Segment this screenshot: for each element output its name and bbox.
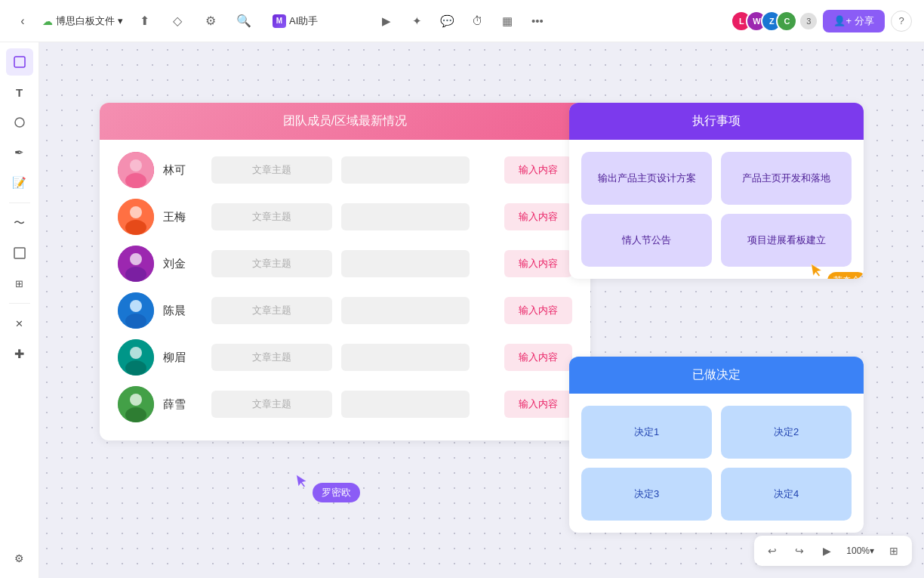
member-name-wangmei: 王梅 [163,210,202,224]
svg-point-10 [130,253,142,265]
left-sidebar: T ✒ 📝 〜 ⊞ ✕ ✚ ⚙ [0,42,39,578]
exec-item-4[interactable]: 项目进展看板建立 芒奇金 [721,214,852,267]
zoom-label[interactable]: 100%▾ [843,546,877,556]
more-center-button[interactable]: ••• [525,9,550,33]
decision-item-2[interactable]: 决定2 [721,406,852,459]
play-bottom-button[interactable]: ▶ [816,540,837,561]
avatar-liujin [118,246,154,282]
svg-point-14 [125,314,146,329]
exec-card: 执行事项 输出产品主页设计方案 产品主页开发和落地 情人节公告 项目进展看板建立… [569,103,864,279]
decision-item-3[interactable]: 决定3 [581,468,712,521]
tag-button[interactable]: ◇ [165,9,189,33]
search-button[interactable]: 🔍 [232,9,256,33]
comment-button[interactable]: 💬 [435,9,459,33]
text-cell-extra-6[interactable] [341,391,470,418]
exec-item-2[interactable]: 产品主页开发和落地 [721,152,852,205]
share-label: 分享 [855,14,874,28]
table-row: 王梅 文章主题 输入内容 [118,199,572,235]
avatar-liumei [118,339,154,376]
toolbar-left: ‹ ☁ 博思白板文件 ▾ ⬆ ◇ ⚙ 🔍 M AI助手 [12,9,325,33]
input-cell-3[interactable]: 输入内容 [504,250,572,277]
sidebar-tool-sticky[interactable]: 📝 [6,169,33,196]
cursor-mode-button[interactable]: ✦ [405,9,429,33]
avatar-linke [118,152,154,188]
decision-item-4[interactable]: 决定4 [721,468,852,521]
svg-point-19 [130,394,142,406]
table-row: 薛雪 文章主题 输入内容 [118,386,572,422]
svg-point-16 [130,347,142,359]
settings-button[interactable]: ⚙ [199,9,223,33]
svg-rect-0 [14,57,25,67]
input-cell-6[interactable]: 输入内容 [504,391,572,418]
text-cell-extra-5[interactable] [341,344,470,371]
member-name-liujin: 刘金 [163,257,202,271]
upload-button[interactable]: ⬆ [132,9,156,33]
text-cell-main-1[interactable]: 文章主题 [211,156,332,184]
toolbar-center: ▶ ✦ 💬 ⏱ ▦ ••• [374,9,550,33]
decision-grid: 决定1 决定2 决定3 决定4 [569,394,864,533]
exec-item-1[interactable]: 输出产品主页设计方案 [581,152,712,205]
sidebar-tool-table[interactable]: ⊞ [6,270,33,297]
text-cell-extra-1[interactable] [341,156,470,184]
text-cell-main-4[interactable]: 文章主题 [211,297,332,324]
avatar-chenchen [118,292,154,329]
input-cell-4[interactable]: 输入内容 [504,297,572,324]
sidebar-tool-text[interactable]: T [6,79,33,106]
member-name-linke: 林可 [163,163,202,178]
exec-item-3[interactable]: 情人节公告 [581,214,712,267]
ai-assistant-button[interactable]: M AI助手 [265,11,325,31]
team-card-header: 团队成员/区域最新情况 [100,103,590,140]
canvas-area[interactable]: 团队成员/区域最新情况 林可 文章主题 输入内容 [39,42,924,578]
svg-rect-2 [14,248,25,258]
fit-button[interactable]: ⊞ [883,540,904,561]
timer-button[interactable]: ⏱ [465,9,489,33]
table-row: 柳眉 文章主题 输入内容 [118,339,572,376]
sidebar-tool-frame[interactable] [6,240,33,267]
share-button[interactable]: 👤+ 分享 [823,10,885,32]
ai-label: AI助手 [289,14,318,28]
sidebar-tool-pen[interactable]: ✒ [6,139,33,166]
cloud-icon: ☁ [42,15,53,27]
svg-point-20 [125,407,146,422]
sidebar-tool-addon[interactable]: ✚ [6,340,33,367]
avatar-4: C [776,11,797,32]
table-row: 陈晨 文章主题 输入内容 [118,292,572,329]
sidebar-tool-graph[interactable]: ✕ [6,310,33,337]
play-center-button[interactable]: ▶ [374,9,399,33]
share-icon: 👤+ [833,15,852,26]
undo-button[interactable]: ↩ [762,540,783,561]
main-layout: T ✒ 📝 〜 ⊞ ✕ ✚ ⚙ 团队成员/区域最新情况 [0,42,924,578]
text-cell-extra-2[interactable] [341,203,470,230]
decision-item-1[interactable]: 决定1 [581,406,712,459]
sidebar-tool-shape[interactable] [6,109,33,136]
input-cell-5[interactable]: 输入内容 [504,344,572,371]
top-toolbar: ‹ ☁ 博思白板文件 ▾ ⬆ ◇ ⚙ 🔍 M AI助手 ▶ ✦ 💬 ⏱ ▦ ••… [0,0,924,42]
svg-point-5 [125,173,146,188]
team-card-title: 团队成员/区域最新情况 [283,114,407,127]
chart-center-button[interactable]: ▦ [495,9,519,33]
input-cell-1[interactable]: 输入内容 [504,156,572,184]
text-cell-main-5[interactable]: 文章主题 [211,344,332,371]
decision-card-title: 已做决定 [692,368,741,381]
sidebar-divider-1 [9,202,30,203]
sidebar-tool-connector[interactable]: 〜 [6,209,33,236]
avatar-count: 3 [800,13,817,29]
text-cell-main-2[interactable]: 文章主题 [211,203,332,230]
cursor-label-mangqijin: 芒奇金 [827,272,864,279]
sidebar-tool-select[interactable] [6,48,33,76]
file-dropdown-icon[interactable]: ▾ [118,15,123,26]
text-cell-extra-3[interactable] [341,250,470,277]
redo-button[interactable]: ↪ [789,540,810,561]
text-cell-main-6[interactable]: 文章主题 [211,391,332,418]
text-cell-extra-4[interactable] [341,297,470,324]
decision-card-header: 已做决定 [569,357,864,394]
text-cell-main-3[interactable]: 文章主题 [211,250,332,277]
file-name-label: 博思白板文件 [56,14,115,28]
back-button[interactable]: ‹ [12,11,33,32]
sidebar-tool-bottom-settings[interactable]: ⚙ [6,545,33,572]
file-name-area[interactable]: ☁ 博思白板文件 ▾ [42,14,123,28]
exec-card-header: 执行事项 [569,103,864,140]
avatar-xuexue [118,386,154,422]
input-cell-2[interactable]: 输入内容 [504,203,572,230]
help-button[interactable]: ? [891,11,912,32]
